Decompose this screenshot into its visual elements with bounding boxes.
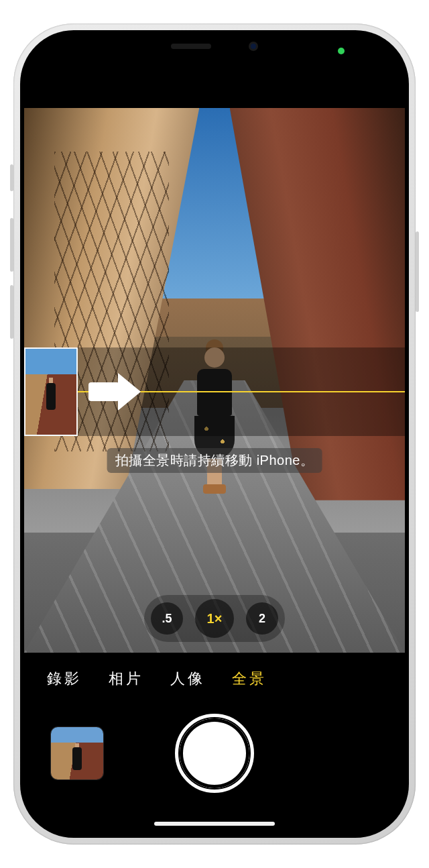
zoom-option-ultrawide[interactable]: .5 bbox=[151, 602, 183, 635]
mode-panorama[interactable]: 全景 bbox=[232, 669, 267, 689]
camera-controls-row bbox=[24, 706, 405, 800]
home-indicator[interactable] bbox=[154, 822, 275, 826]
panorama-captured-preview bbox=[24, 347, 78, 436]
camera-mode-scroller[interactable]: 錄影 相片 人像 全景 bbox=[24, 669, 405, 689]
volume-up-button bbox=[10, 218, 13, 272]
mode-portrait[interactable]: 人像 bbox=[170, 669, 205, 689]
panorama-guide-strip bbox=[24, 347, 405, 436]
iphone-device-frame: 拍攝全景時請持續移動 iPhone。 .5 1× 2 錄影 bbox=[13, 23, 416, 845]
zoom-selector[interactable]: .5 1× 2 bbox=[144, 595, 285, 642]
mode-photo[interactable]: 相片 bbox=[109, 669, 143, 689]
last-photo-thumbnail[interactable] bbox=[51, 727, 103, 779]
speaker-grille bbox=[171, 44, 211, 49]
zoom-option-label: 1× bbox=[207, 611, 223, 627]
device-bezel: 拍攝全景時請持續移動 iPhone。 .5 1× 2 錄影 bbox=[20, 30, 409, 838]
mode-video[interactable]: 錄影 bbox=[47, 669, 82, 689]
volume-down-button bbox=[10, 285, 13, 339]
notch bbox=[137, 34, 292, 58]
front-camera bbox=[249, 42, 258, 51]
camera-bottom-bar: 錄影 相片 人像 全景 bbox=[24, 653, 405, 834]
zoom-option-label: .5 bbox=[162, 612, 172, 626]
screen: 拍攝全景時請持續移動 iPhone。 .5 1× 2 錄影 bbox=[24, 34, 405, 834]
camera-viewfinder[interactable]: 拍攝全景時請持續移動 iPhone。 .5 1× 2 bbox=[24, 108, 405, 653]
zoom-option-wide[interactable]: 1× bbox=[195, 599, 234, 638]
power-button bbox=[416, 231, 419, 312]
panorama-center-line bbox=[24, 391, 405, 392]
controls-spacer bbox=[326, 727, 378, 779]
camera-active-indicator-dot bbox=[338, 48, 345, 54]
zoom-option-label: 2 bbox=[259, 612, 265, 626]
shutter-button[interactable] bbox=[180, 718, 249, 788]
panorama-instruction-text: 拍攝全景時請持續移動 iPhone。 bbox=[107, 448, 322, 473]
mute-switch bbox=[10, 164, 13, 191]
zoom-option-tele[interactable]: 2 bbox=[246, 602, 278, 635]
